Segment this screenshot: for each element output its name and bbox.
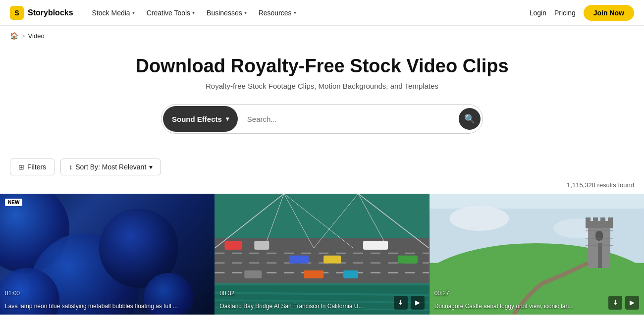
pricing-button[interactable]: Pricing (554, 9, 576, 17)
video-card[interactable]: 00:27 Docnagore Castle aerial foggy orbi… (429, 194, 644, 315)
download-icon[interactable]: ⬇ (394, 296, 408, 310)
video-title: Oakland Bay Bridge At San Francisco In C… (219, 303, 409, 310)
svg-rect-35 (586, 217, 590, 223)
svg-rect-20 (343, 270, 358, 278)
breadcrumb-current: Video (28, 32, 45, 40)
svg-rect-17 (398, 256, 418, 264)
chevron-down-icon: ▾ (226, 115, 229, 122)
nav-stock-media[interactable]: Stock Media ▾ (87, 6, 140, 20)
svg-rect-15 (323, 256, 341, 264)
search-bar-container: Sound Effects ▾ 🔍 (10, 104, 634, 134)
video-title: Docnagore Castle aerial foggy orbit view… (434, 303, 624, 310)
nav-items: Stock Media ▾ Creative Tools ▾ Businesse… (87, 6, 530, 20)
svg-point-27 (449, 206, 509, 231)
chevron-down-icon: ▾ (132, 10, 135, 15)
chevron-down-icon: ▾ (244, 10, 247, 15)
new-badge: NEW (5, 199, 22, 206)
logo-icon: S (10, 6, 24, 20)
svg-rect-14 (289, 256, 309, 264)
page-title: Download Royalty-Free Stock Video Clips (10, 55, 634, 77)
search-category-label: Sound Effects (172, 115, 222, 123)
chevron-down-icon: ▾ (149, 163, 153, 171)
chevron-down-icon: ▾ (192, 10, 195, 15)
home-icon[interactable]: 🏠 (10, 32, 18, 40)
filters-button[interactable]: ⊞ Filters (10, 159, 54, 175)
breadcrumb: 🏠 > Video (0, 26, 644, 46)
svg-rect-18 (245, 270, 262, 278)
video-actions: ⬇ ▶ (394, 296, 425, 310)
logo[interactable]: S Storyblocks (10, 6, 73, 20)
svg-rect-40 (598, 243, 602, 268)
sort-button[interactable]: ↕ Sort By: Most Relevant ▾ (60, 159, 161, 175)
video-card[interactable]: 00:32 Oakland Bay Bridge At San Francisc… (215, 194, 429, 315)
filter-icon: ⊞ (18, 163, 24, 171)
chevron-down-icon: ▾ (294, 10, 296, 15)
search-category-dropdown[interactable]: Sound Effects ▾ (163, 106, 238, 132)
svg-rect-12 (225, 241, 242, 250)
download-icon[interactable]: ⬇ (608, 296, 622, 310)
play-icon[interactable]: ▶ (625, 296, 639, 310)
svg-rect-37 (600, 217, 605, 223)
video-grid: NEW 01:00 Lava lamp neon blue satisfying… (0, 194, 644, 315)
search-icon: 🔍 (464, 113, 475, 124)
svg-rect-26 (429, 194, 644, 209)
navbar: S Storyblocks Stock Media ▾ Creative Too… (0, 0, 644, 26)
sort-icon: ↕ (69, 163, 72, 171)
filters-bar: ⊞ Filters ↕ Sort By: Most Relevant ▾ (0, 149, 644, 179)
hero-section: Download Royalty-Free Stock Video Clips … (0, 46, 644, 149)
search-input[interactable] (239, 106, 459, 132)
results-count: 1,115,328 results found (0, 179, 644, 194)
nav-creative-tools[interactable]: Creative Tools ▾ (142, 6, 200, 20)
nav-businesses[interactable]: Businesses ▾ (202, 6, 252, 20)
search-bar: Sound Effects ▾ 🔍 (161, 104, 483, 134)
nav-right: Login Pricing Join Now (530, 5, 634, 21)
svg-rect-19 (304, 270, 324, 278)
play-icon[interactable]: ▶ (411, 296, 425, 310)
svg-rect-39 (595, 231, 603, 241)
login-button[interactable]: Login (530, 9, 546, 17)
video-actions: ⬇ ▶ (608, 296, 639, 310)
svg-rect-36 (593, 217, 598, 223)
page-subtitle: Royalty-free Stock Footage Clips, Motion… (10, 82, 634, 90)
svg-rect-16 (363, 241, 388, 250)
join-now-button[interactable]: Join Now (584, 5, 634, 21)
video-duration: 01:00 (5, 290, 20, 297)
breadcrumb-separator: > (21, 32, 25, 40)
video-duration: 00:27 (434, 290, 449, 297)
video-duration: 00:32 (219, 290, 234, 297)
svg-rect-38 (608, 217, 613, 223)
search-button[interactable]: 🔍 (459, 108, 481, 130)
logo-text: Storyblocks (28, 8, 73, 17)
video-title: Lava lamp neon blue satisfying metaball … (5, 303, 195, 310)
svg-rect-13 (255, 241, 269, 250)
video-card[interactable]: NEW 01:00 Lava lamp neon blue satisfying… (0, 194, 215, 315)
nav-resources[interactable]: Resources ▾ (254, 6, 301, 20)
